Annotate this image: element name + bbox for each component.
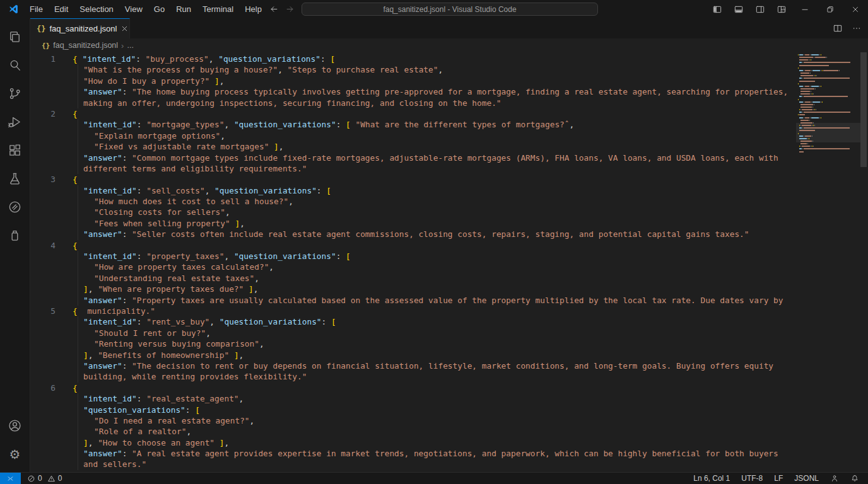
code-row[interactable]: ], "Benefits of homeownership" ],	[30, 350, 868, 360]
line-number	[30, 415, 73, 426]
code-row[interactable]: "answer": "A real estate agent provides …	[30, 448, 868, 459]
cursor-position[interactable]: Ln 6, Col 1	[693, 474, 730, 483]
menu-selection[interactable]: Selection	[74, 0, 119, 18]
code-row[interactable]: "What is the process of buying a house?"…	[30, 64, 868, 75]
split-editor-icon[interactable]	[833, 23, 843, 33]
line-number	[30, 218, 73, 229]
code-text: "Renting versus buying comparison",	[73, 338, 264, 349]
scrollbar[interactable]	[859, 52, 868, 472]
code-row[interactable]: "intent_id": "sell_costs", "question_var…	[30, 185, 868, 196]
code-text: "Role of a realtor",	[73, 426, 191, 437]
code-row[interactable]: "Explain mortgage options",	[30, 130, 868, 141]
menu-help[interactable]: Help	[239, 0, 267, 18]
more-actions-icon[interactable]	[852, 23, 862, 33]
feedback-icon[interactable]	[830, 474, 839, 483]
tab-faq-sanitized-jsonl[interactable]: {} faq_sanitized.jsonl	[30, 18, 130, 38]
code-row[interactable]: "Do I need a real estate agent?",	[30, 415, 868, 426]
line-number	[30, 405, 73, 415]
problems-status[interactable]: 0 0	[21, 474, 62, 483]
code-row[interactable]: "answer": "Common mortgage types include…	[30, 153, 868, 163]
code-row[interactable]: "Renting versus buying comparison",	[30, 338, 868, 349]
breadcrumb-symbol[interactable]: ...	[127, 41, 133, 50]
close-icon[interactable]	[843, 0, 868, 18]
extensions-icon[interactable]	[0, 136, 30, 164]
code-row[interactable]: different terms and eligibility requirem…	[30, 163, 868, 174]
eol[interactable]: LF	[774, 474, 783, 483]
menu-run[interactable]: Run	[170, 0, 197, 18]
toggle-panel-icon[interactable]	[734, 4, 744, 14]
code-row[interactable]: 1{ "intent_id": "buy_process", "question…	[30, 54, 868, 64]
search-icon[interactable]	[0, 51, 30, 79]
settings-gear-icon[interactable]: ⚙	[0, 440, 30, 468]
forward-arrow-icon[interactable]	[283, 3, 296, 15]
menu-file[interactable]: File	[24, 0, 49, 18]
code-text: making an offer, undergoing inspections,…	[73, 98, 501, 108]
minimap-line	[799, 70, 840, 71]
code-row[interactable]: ], "How to choose an agent" ],	[30, 437, 868, 448]
source-control-icon[interactable]	[0, 79, 30, 108]
code-text: ], "How to choose an agent" ],	[73, 437, 229, 448]
code-row[interactable]: 4{	[30, 240, 868, 251]
code-row[interactable]: "Understanding real estate taxes",	[30, 273, 868, 284]
code-row[interactable]: "intent_id": "property_taxes", "question…	[30, 251, 868, 262]
menu-edit[interactable]: Edit	[49, 0, 74, 18]
code-row[interactable]: "How are property taxes calculated?",	[30, 262, 868, 272]
explorer-icon[interactable]	[0, 23, 30, 51]
menu-go[interactable]: Go	[148, 0, 170, 18]
scrollbar-thumb[interactable]	[860, 52, 867, 167]
code-row[interactable]: "Should I rent or buy?",	[30, 328, 868, 338]
account-icon[interactable]	[0, 412, 30, 440]
encoding[interactable]: UTF-8	[741, 474, 763, 483]
minimap[interactable]	[796, 52, 859, 472]
code-row[interactable]: "answer": "The home buying process typic…	[30, 86, 868, 97]
code-row[interactable]: "Closing costs for sellers",	[30, 207, 868, 217]
container-icon[interactable]	[0, 221, 30, 250]
remote-indicator[interactable]	[0, 473, 21, 484]
code-row[interactable]: 3{	[30, 174, 868, 185]
command-center[interactable]: faq_sanitized.jsonl - Visual Studio Code	[302, 3, 598, 16]
code-row[interactable]: "answer": "The decision to rent or buy d…	[30, 360, 868, 371]
minimap-line	[801, 75, 818, 76]
code-row[interactable]: "intent_id": "mortgage_types", "question…	[30, 119, 868, 130]
menu-view[interactable]: View	[119, 0, 148, 18]
minimap-line	[801, 141, 814, 142]
language-mode[interactable]: JSONL	[794, 474, 819, 483]
code-row[interactable]: ], "When are property taxes due?" ],	[30, 284, 868, 294]
toggle-primary-sidebar-icon[interactable]	[712, 4, 722, 14]
run-debug-icon[interactable]	[0, 108, 30, 136]
code-row[interactable]: "answer": "Property taxes are usually ca…	[30, 295, 868, 306]
notifications-bell-icon[interactable]	[850, 474, 859, 483]
menu-terminal[interactable]: Terminal	[197, 0, 239, 18]
line-number	[30, 316, 73, 327]
code-row[interactable]: "Role of a realtor",	[30, 426, 868, 437]
code-row[interactable]: "Fees when selling property" ],	[30, 218, 868, 229]
minimap-line	[799, 112, 851, 113]
activity-bar: ⚙	[0, 18, 30, 472]
code-row[interactable]: 6{	[30, 383, 868, 393]
testing-icon[interactable]	[0, 164, 30, 193]
line-number	[30, 229, 73, 239]
breadcrumb-file[interactable]: faq_sanitized.jsonl	[53, 41, 118, 50]
code-row[interactable]: 5{ municipality."	[30, 306, 868, 316]
code-area[interactable]: 1{ "intent_id": "buy_process", "question…	[30, 54, 868, 470]
customize-layout-icon[interactable]	[777, 4, 787, 14]
circle-lines-icon[interactable]	[0, 193, 30, 221]
code-row[interactable]: and sellers."	[30, 459, 868, 470]
code-row[interactable]: making an offer, undergoing inspections,…	[30, 98, 868, 108]
back-arrow-icon[interactable]	[267, 3, 280, 15]
code-row[interactable]: "intent_id": "rent_vs_buy", "question_va…	[30, 316, 868, 327]
minimize-icon[interactable]	[792, 0, 818, 18]
code-row[interactable]: "How do I buy a property?" ],	[30, 76, 868, 86]
toggle-secondary-sidebar-icon[interactable]	[755, 4, 765, 14]
close-tab-icon[interactable]	[120, 25, 129, 33]
restore-icon[interactable]	[818, 0, 843, 18]
code-row[interactable]: "intent_id": "real_estate_agent",	[30, 393, 868, 404]
code-row[interactable]: "answer": "Seller costs often include re…	[30, 229, 868, 239]
code-row[interactable]: "question_variations": [	[30, 405, 868, 415]
minimap-line	[799, 125, 816, 126]
code-row[interactable]: building, while renting provides flexibi…	[30, 371, 868, 382]
editor[interactable]: 1{ "intent_id": "buy_process", "question…	[30, 52, 868, 472]
code-row[interactable]: "How much does it cost to sell a house?"…	[30, 196, 868, 207]
code-row[interactable]: "Fixed vs adjustable rate mortgages" ],	[30, 141, 868, 152]
code-row[interactable]: 2{	[30, 108, 868, 119]
